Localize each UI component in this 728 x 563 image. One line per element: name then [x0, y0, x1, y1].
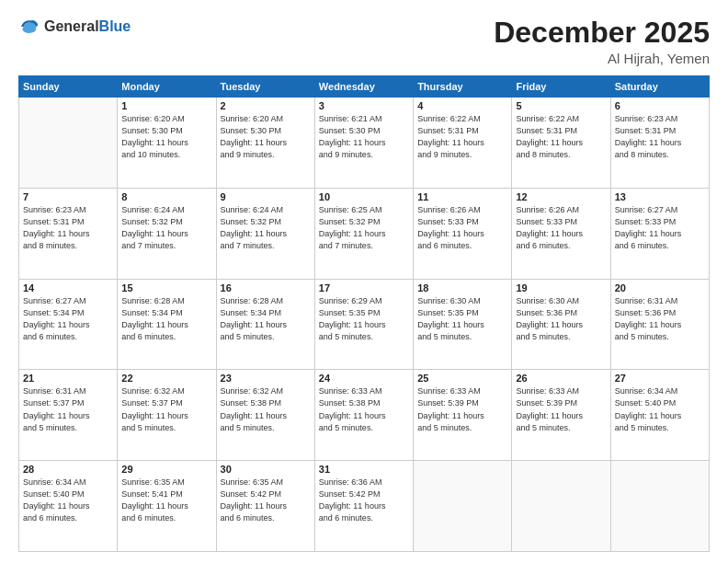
day-number: 24: [319, 373, 409, 384]
calendar-cell: 22Sunrise: 6:32 AMSunset: 5:37 PMDayligh…: [118, 370, 216, 461]
day-number: 20: [615, 282, 705, 293]
calendar-header-sunday: Sunday: [19, 76, 118, 98]
day-number: 4: [417, 100, 507, 111]
day-info: Sunrise: 6:28 AMSunset: 5:34 PMDaylight:…: [121, 295, 211, 343]
day-info: Sunrise: 6:33 AMSunset: 5:38 PMDaylight:…: [319, 385, 409, 433]
day-number: 22: [121, 373, 211, 384]
week-row-0: 1Sunrise: 6:20 AMSunset: 5:30 PMDaylight…: [19, 98, 710, 189]
day-info: Sunrise: 6:36 AMSunset: 5:42 PMDaylight:…: [319, 477, 409, 524]
day-info: Sunrise: 6:30 AMSunset: 5:35 PMDaylight:…: [417, 295, 507, 343]
day-number: 18: [417, 282, 507, 293]
day-number: 28: [23, 464, 113, 475]
day-number: 15: [121, 282, 211, 293]
day-info: Sunrise: 6:35 AMSunset: 5:42 PMDaylight:…: [221, 477, 311, 524]
day-info: Sunrise: 6:31 AMSunset: 5:36 PMDaylight:…: [615, 295, 705, 343]
month-title: December 2025: [494, 17, 710, 49]
day-number: 7: [23, 191, 113, 202]
calendar-cell: 30Sunrise: 6:35 AMSunset: 5:42 PMDayligh…: [216, 461, 314, 552]
calendar-cell: 15Sunrise: 6:28 AMSunset: 5:34 PMDayligh…: [118, 279, 216, 370]
day-number: 17: [319, 282, 409, 293]
day-info: Sunrise: 6:34 AMSunset: 5:40 PMDaylight:…: [615, 385, 705, 433]
day-info: Sunrise: 6:22 AMSunset: 5:31 PMDaylight:…: [516, 113, 606, 161]
day-info: Sunrise: 6:20 AMSunset: 5:30 PMDaylight:…: [121, 113, 211, 161]
day-number: 29: [121, 464, 211, 475]
day-info: Sunrise: 6:32 AMSunset: 5:37 PMDaylight:…: [121, 385, 211, 433]
day-info: Sunrise: 6:24 AMSunset: 5:32 PMDaylight:…: [221, 204, 311, 252]
calendar-cell: 3Sunrise: 6:21 AMSunset: 5:30 PMDaylight…: [314, 98, 413, 189]
day-number: 26: [516, 373, 606, 384]
day-info: Sunrise: 6:23 AMSunset: 5:31 PMDaylight:…: [23, 204, 113, 252]
calendar-cell: 8Sunrise: 6:24 AMSunset: 5:32 PMDaylight…: [118, 188, 216, 279]
calendar-header-row: SundayMondayTuesdayWednesdayThursdayFrid…: [19, 76, 710, 98]
day-number: 6: [615, 100, 705, 111]
day-info: Sunrise: 6:33 AMSunset: 5:39 PMDaylight:…: [516, 385, 606, 433]
day-number: 21: [23, 373, 113, 384]
logo-text-blue: Blue: [99, 18, 131, 34]
day-info: Sunrise: 6:34 AMSunset: 5:40 PMDaylight:…: [23, 477, 113, 524]
day-number: 9: [221, 191, 311, 202]
calendar-cell: 5Sunrise: 6:22 AMSunset: 5:31 PMDaylight…: [512, 98, 610, 189]
calendar-cell: 2Sunrise: 6:20 AMSunset: 5:30 PMDaylight…: [216, 98, 314, 189]
calendar-cell: 18Sunrise: 6:30 AMSunset: 5:35 PMDayligh…: [414, 279, 512, 370]
week-row-2: 14Sunrise: 6:27 AMSunset: 5:34 PMDayligh…: [19, 279, 710, 370]
day-info: Sunrise: 6:28 AMSunset: 5:34 PMDaylight:…: [221, 295, 311, 343]
calendar-cell: [19, 98, 118, 189]
calendar-cell: 20Sunrise: 6:31 AMSunset: 5:36 PMDayligh…: [610, 279, 709, 370]
calendar-cell: 26Sunrise: 6:33 AMSunset: 5:39 PMDayligh…: [512, 370, 610, 461]
day-info: Sunrise: 6:26 AMSunset: 5:33 PMDaylight:…: [516, 204, 606, 252]
day-number: 11: [417, 191, 507, 202]
day-number: 12: [516, 191, 606, 202]
calendar-cell: [610, 461, 709, 552]
calendar-header-thursday: Thursday: [414, 76, 512, 98]
calendar-cell: [414, 461, 512, 552]
day-info: Sunrise: 6:23 AMSunset: 5:31 PMDaylight:…: [615, 113, 705, 161]
calendar-cell: 6Sunrise: 6:23 AMSunset: 5:31 PMDaylight…: [610, 98, 709, 189]
day-info: Sunrise: 6:32 AMSunset: 5:38 PMDaylight:…: [221, 385, 311, 433]
calendar-header-monday: Monday: [118, 76, 216, 98]
header: GeneralBlue December 2025 Al Hijrah, Yem…: [18, 17, 710, 66]
day-number: 25: [417, 373, 507, 384]
calendar-header-wednesday: Wednesday: [314, 76, 413, 98]
day-info: Sunrise: 6:27 AMSunset: 5:33 PMDaylight:…: [615, 204, 705, 252]
day-number: 5: [516, 100, 606, 111]
day-number: 1: [121, 100, 211, 111]
day-info: Sunrise: 6:22 AMSunset: 5:31 PMDaylight:…: [417, 113, 507, 161]
calendar-cell: 10Sunrise: 6:25 AMSunset: 5:32 PMDayligh…: [314, 188, 413, 279]
calendar-cell: 13Sunrise: 6:27 AMSunset: 5:33 PMDayligh…: [610, 188, 709, 279]
calendar-cell: 19Sunrise: 6:30 AMSunset: 5:36 PMDayligh…: [512, 279, 610, 370]
day-info: Sunrise: 6:24 AMSunset: 5:32 PMDaylight:…: [121, 204, 211, 252]
calendar-cell: 7Sunrise: 6:23 AMSunset: 5:31 PMDaylight…: [19, 188, 118, 279]
day-info: Sunrise: 6:20 AMSunset: 5:30 PMDaylight:…: [221, 113, 311, 161]
day-number: 10: [319, 191, 409, 202]
title-block: December 2025 Al Hijrah, Yemen: [494, 17, 710, 66]
day-info: Sunrise: 6:33 AMSunset: 5:39 PMDaylight:…: [417, 385, 507, 433]
day-number: 8: [121, 191, 211, 202]
day-number: 2: [221, 100, 311, 111]
calendar-cell: 27Sunrise: 6:34 AMSunset: 5:40 PMDayligh…: [610, 370, 709, 461]
calendar-cell: 29Sunrise: 6:35 AMSunset: 5:41 PMDayligh…: [118, 461, 216, 552]
week-row-1: 7Sunrise: 6:23 AMSunset: 5:31 PMDaylight…: [19, 188, 710, 279]
day-info: Sunrise: 6:31 AMSunset: 5:37 PMDaylight:…: [23, 385, 113, 433]
calendar-cell: 4Sunrise: 6:22 AMSunset: 5:31 PMDaylight…: [414, 98, 512, 189]
calendar-cell: 14Sunrise: 6:27 AMSunset: 5:34 PMDayligh…: [19, 279, 118, 370]
calendar-header-saturday: Saturday: [610, 76, 709, 98]
calendar-cell: 9Sunrise: 6:24 AMSunset: 5:32 PMDaylight…: [216, 188, 314, 279]
calendar-cell: 24Sunrise: 6:33 AMSunset: 5:38 PMDayligh…: [314, 370, 413, 461]
calendar-cell: 31Sunrise: 6:36 AMSunset: 5:42 PMDayligh…: [314, 461, 413, 552]
logo-icon: [18, 17, 39, 37]
day-info: Sunrise: 6:29 AMSunset: 5:35 PMDaylight:…: [319, 295, 409, 343]
calendar-cell: 16Sunrise: 6:28 AMSunset: 5:34 PMDayligh…: [216, 279, 314, 370]
week-row-3: 21Sunrise: 6:31 AMSunset: 5:37 PMDayligh…: [19, 370, 710, 461]
calendar-cell: 11Sunrise: 6:26 AMSunset: 5:33 PMDayligh…: [414, 188, 512, 279]
calendar-cell: 1Sunrise: 6:20 AMSunset: 5:30 PMDaylight…: [118, 98, 216, 189]
day-number: 23: [221, 373, 311, 384]
day-number: 3: [319, 100, 409, 111]
calendar-table: SundayMondayTuesdayWednesdayThursdayFrid…: [18, 75, 710, 552]
day-info: Sunrise: 6:25 AMSunset: 5:32 PMDaylight:…: [319, 204, 409, 252]
calendar-cell: 12Sunrise: 6:26 AMSunset: 5:33 PMDayligh…: [512, 188, 610, 279]
page: GeneralBlue December 2025 Al Hijrah, Yem…: [0, 0, 728, 563]
day-number: 19: [516, 282, 606, 293]
day-info: Sunrise: 6:21 AMSunset: 5:30 PMDaylight:…: [319, 113, 409, 161]
calendar-cell: 28Sunrise: 6:34 AMSunset: 5:40 PMDayligh…: [19, 461, 118, 552]
calendar-cell: 25Sunrise: 6:33 AMSunset: 5:39 PMDayligh…: [414, 370, 512, 461]
